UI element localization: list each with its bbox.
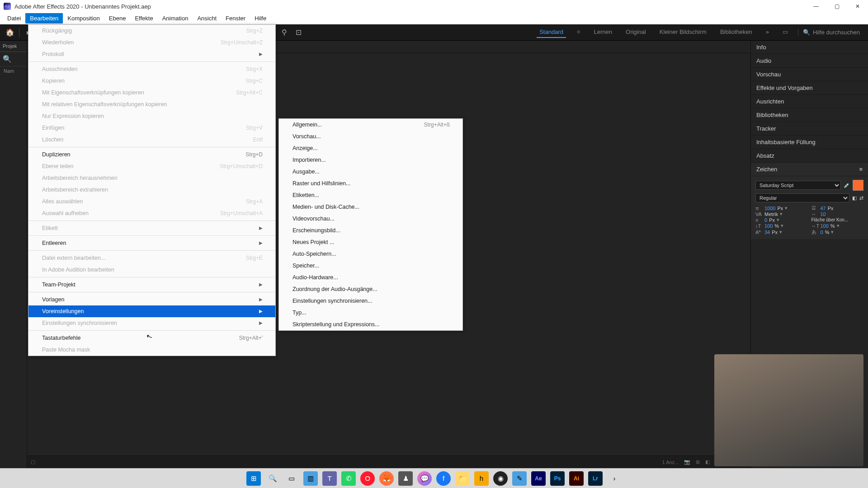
taskbar-ae-icon[interactable]: Ae (531, 471, 546, 486)
taskbar-ai-icon[interactable]: Ai (569, 471, 584, 486)
hscale-value[interactable]: 100 (821, 223, 829, 229)
menu-ebene[interactable]: Ebene (104, 13, 131, 23)
taskbar-tasks-icon[interactable]: ▭ (284, 471, 299, 486)
prefs-submenu-item[interactable]: Ausgabe... (279, 166, 462, 178)
viewer-display-dropdown[interactable]: 1 Anz... (662, 460, 679, 465)
prefs-submenu-item[interactable]: Anzeige... (279, 142, 462, 154)
font-family-select[interactable]: Saturday Script (755, 181, 841, 190)
workspace-standard[interactable]: Standard (537, 27, 566, 38)
maximize-button[interactable]: ▢ (826, 0, 847, 13)
baseline-value[interactable]: 34 (764, 230, 770, 235)
panel-absatz[interactable]: Absatz (751, 149, 868, 163)
panel-zeichen[interactable]: Zeichen≡ (751, 163, 868, 176)
prefs-submenu-item[interactable]: Vorschau... (279, 131, 462, 142)
font-size-value[interactable]: 1000 (764, 206, 775, 211)
eyedropper-icon[interactable]: 💉 (844, 183, 850, 188)
workspace-bibliotheken[interactable]: Bibliotheken (717, 27, 755, 38)
minimize-button[interactable]: — (806, 0, 826, 13)
prefs-submenu-item[interactable]: Medien- und Disk-Cache... (279, 201, 462, 213)
tracking-value[interactable]: 10 (821, 211, 826, 217)
menu-datei[interactable]: Datei (3, 13, 25, 23)
taskbar-whatsapp-icon[interactable]: ✆ (341, 471, 356, 486)
menu-komposition[interactable]: Komposition (63, 13, 104, 23)
taskbar-firefox-icon[interactable]: 🦊 (379, 471, 394, 486)
taskbar-lr-icon[interactable]: Lr (588, 471, 603, 486)
workspace-kleiner[interactable]: Kleiner Bildschirm (657, 27, 709, 38)
taskbar-teams-icon[interactable]: T (322, 471, 337, 486)
taskbar-explorer-icon[interactable]: 📁 (455, 471, 470, 486)
workspace-menu-icon[interactable]: ≡ (574, 27, 583, 38)
viewer-ctrl-icon[interactable]: ▢ (31, 459, 35, 465)
close-button[interactable]: ✕ (847, 0, 868, 13)
panel-info[interactable]: Info (751, 41, 868, 54)
panel-tracker[interactable]: Tracker (751, 122, 868, 136)
edit-menu-item[interactable]: Team-Projekt▶ (28, 279, 275, 291)
swap-color-icon[interactable]: ⇄ (859, 195, 863, 201)
taskbar-search-icon[interactable]: 🔍 (265, 471, 280, 486)
prefs-submenu-item[interactable]: Importieren... (279, 154, 462, 166)
menu-bearbeiten[interactable]: Bearbeiten (25, 13, 63, 23)
fill-color-swatch[interactable] (853, 180, 863, 191)
panel-ausrichten[interactable]: Ausrichten (751, 95, 868, 108)
prefs-submenu-item[interactable]: Auto-Speichern... (279, 248, 462, 260)
panel-menu-icon[interactable]: ≡ (859, 166, 863, 173)
taskbar-more-icon[interactable]: › (607, 471, 622, 486)
prefs-submenu-item[interactable]: Neues Projekt ... (279, 236, 462, 248)
taskbar-desktops-icon[interactable]: ▥ (303, 471, 318, 486)
menu-ansicht[interactable]: Ansicht (193, 13, 221, 23)
panel-vorschau[interactable]: Vorschau (751, 68, 868, 81)
panel-audio[interactable]: Audio (751, 54, 868, 68)
taskbar-messenger-icon[interactable]: 💬 (417, 471, 432, 486)
viewer-camera-icon[interactable]: 📷 (684, 459, 690, 465)
panel-effekte[interactable]: Effekte und Vorgaben (751, 81, 868, 95)
tsume-value[interactable]: 0 (821, 230, 823, 235)
workspace-original[interactable]: Original (623, 27, 649, 38)
prefs-submenu-item[interactable]: Typ... (279, 307, 462, 319)
taskbar-obs-icon[interactable]: ◉ (493, 471, 508, 486)
home-icon[interactable]: 🏠 (4, 26, 16, 39)
snap-icon[interactable]: ⚲ (278, 26, 291, 39)
edit-menu-item[interactable]: Voreinstellungen▶ (28, 305, 275, 317)
leading-value[interactable]: 47 (821, 206, 826, 211)
stroke-width-value[interactable]: 0 (764, 217, 767, 223)
panel-fuellung[interactable]: Inhaltsbasierte Füllung (751, 136, 868, 149)
viewer-mask-icon[interactable]: ◧ (705, 459, 710, 465)
kerning-value[interactable]: Metrik (764, 211, 778, 217)
prefs-submenu-item[interactable]: Videovorschau... (279, 213, 462, 225)
edit-menu-item[interactable]: Entleeren▶ (28, 237, 275, 249)
prefs-submenu-item[interactable]: Skripterstellung und Expressions... (279, 319, 462, 330)
taskbar-honey-icon[interactable]: h (474, 471, 489, 486)
menu-hilfe[interactable]: Hilfe (250, 13, 271, 23)
menu-fenster[interactable]: Fenster (221, 13, 250, 23)
taskbar-facebook-icon[interactable]: f (436, 471, 451, 486)
viewer-grid-icon[interactable]: ⊞ (696, 459, 700, 465)
stroke-align-value[interactable]: Fläche über Kon... (811, 217, 849, 222)
taskbar-ps-icon[interactable]: Ps (550, 471, 565, 486)
taskbar-windows-icon[interactable]: ⊞ (246, 471, 261, 486)
workspace-panel-icon[interactable]: ▭ (780, 27, 791, 38)
snap2-icon[interactable]: ⊡ (292, 26, 305, 39)
stroke-swatch-icon[interactable]: ◧ (852, 195, 857, 201)
prefs-submenu-item[interactable]: Einstellungen synchronisieren... (279, 295, 462, 307)
prefs-submenu-item[interactable]: Zuordnung der Audio-Ausgänge... (279, 283, 462, 295)
edit-menu-item[interactable]: Vorlagen▶ (28, 294, 275, 305)
project-tab[interactable]: Projek (0, 41, 27, 52)
workspace-lernen[interactable]: Lernen (591, 27, 615, 38)
edit-menu-item[interactable]: DuplizierenStrg+D (28, 149, 275, 160)
vscale-value[interactable]: 100 (764, 223, 773, 229)
taskbar-editor-icon[interactable]: ✎ (512, 471, 527, 486)
prefs-submenu-item[interactable]: Audio-Hardware... (279, 272, 462, 283)
taskbar-app-icon[interactable]: ♟ (398, 471, 413, 486)
workspace-overflow-icon[interactable]: » (763, 27, 772, 38)
prefs-submenu-item[interactable]: Etiketten... (279, 189, 462, 201)
menu-effekte[interactable]: Effekte (130, 13, 157, 23)
panel-bibliotheken[interactable]: Bibliotheken (751, 108, 868, 122)
prefs-submenu-item[interactable]: Speicher... (279, 260, 462, 272)
prefs-submenu-item[interactable]: Erscheinungsbild... (279, 225, 462, 236)
font-style-select[interactable]: Regular (755, 193, 849, 202)
taskbar-opera-icon[interactable]: O (360, 471, 375, 486)
prefs-submenu-item[interactable]: Raster und Hilfslinien... (279, 178, 462, 189)
menu-animation[interactable]: Animation (158, 13, 193, 23)
prefs-submenu-item[interactable]: Allgemein...Strg+Alt+ß (279, 119, 462, 131)
project-search-icon[interactable]: 🔍 (0, 52, 27, 66)
